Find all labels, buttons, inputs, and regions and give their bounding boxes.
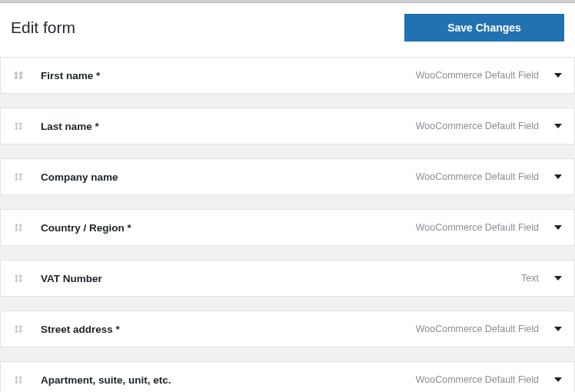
drag-handle-icon[interactable] [13,324,30,334]
page-container: Edit form Save Changes [0,3,575,57]
field-label: Street address * [41,324,416,335]
header: Edit form Save Changes [11,14,564,46]
chevron-down-icon[interactable] [554,377,562,382]
drag-handle-icon[interactable] [13,273,30,284]
chevron-down-icon[interactable] [554,225,562,230]
drag-handle-icon[interactable] [13,70,30,81]
chevron-down-icon[interactable] [554,174,562,179]
chevron-down-icon[interactable] [554,124,562,128]
field-row[interactable]: VAT Number Text [0,260,575,297]
field-label: First name * [41,70,416,81]
field-type-badge: WooCommerce Default Field [416,70,539,81]
field-row[interactable]: Country / Region * WooCommerce Default F… [0,209,575,246]
chevron-down-icon[interactable] [554,276,562,281]
field-row[interactable]: Street address * WooCommerce Default Fie… [0,311,575,347]
field-row[interactable]: Last name * WooCommerce Default Field [0,108,575,145]
field-type-badge: Text [521,273,539,284]
field-row[interactable]: Company name WooCommerce Default Field [0,158,575,195]
drag-handle-icon[interactable] [13,121,30,131]
chevron-down-icon[interactable] [554,327,562,331]
drag-handle-icon[interactable] [13,222,30,233]
fields-list: First name * WooCommerce Default Field L… [0,57,575,392]
field-row[interactable]: Apartment, suite, unit, etc. WooCommerce… [0,361,575,392]
field-type-badge: WooCommerce Default Field [416,171,539,182]
field-label: Last name * [41,121,416,132]
field-row[interactable]: First name * WooCommerce Default Field [0,57,575,94]
save-changes-button[interactable]: Save Changes [404,14,564,42]
chevron-down-icon[interactable] [554,73,562,78]
drag-handle-icon[interactable] [13,171,30,182]
field-label: VAT Number [41,273,521,284]
field-type-badge: WooCommerce Default Field [416,222,539,233]
field-type-badge: WooCommerce Default Field [416,324,539,334]
field-label: Apartment, suite, unit, etc. [41,374,416,386]
drag-handle-icon[interactable] [13,374,30,385]
field-type-badge: WooCommerce Default Field [416,121,539,131]
field-type-badge: WooCommerce Default Field [416,374,539,385]
field-label: Country / Region * [41,222,416,234]
field-label: Company name [41,171,416,183]
page-title: Edit form [11,18,75,37]
